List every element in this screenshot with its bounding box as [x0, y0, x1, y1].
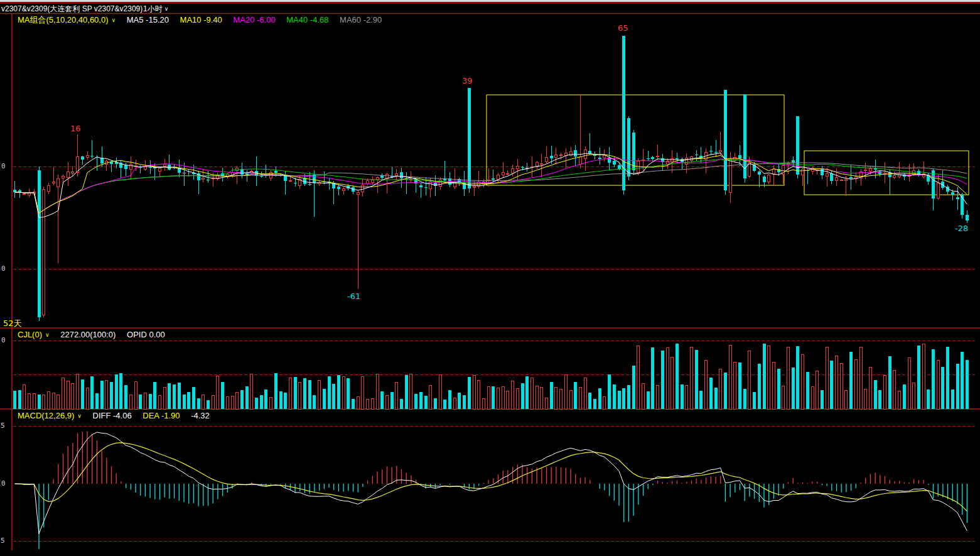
- ma60-value: MA60 -2.90: [340, 15, 382, 25]
- price-axis-label-lower: 0: [1, 264, 6, 273]
- diff-value: DIFF -4.06: [93, 411, 132, 420]
- chart-annotation: 39: [462, 76, 473, 85]
- macd-indicator-header: MACD(12,26,9)∨ DIFF -4.06 DEA -1.90 -4.3…: [18, 411, 218, 420]
- ma40-value: MA40 -4.68: [286, 15, 328, 25]
- ma5-value: MA5 -15.20: [127, 15, 169, 25]
- volume-axis-label: 0: [1, 336, 6, 344]
- chevron-down-icon[interactable]: ∨: [112, 17, 116, 23]
- cjl-value: 2272.00(100:0): [60, 330, 116, 339]
- chart-annotation: 65: [618, 23, 628, 33]
- window-top-strip: [0, 0, 980, 2]
- cjl-indicator-label[interactable]: CJL(0): [18, 330, 42, 339]
- chart-annotation: 16: [70, 124, 81, 133]
- volume-indicator-header: CJL(0)∨ 2272.00(100:0) OPID 0.00: [18, 330, 174, 339]
- chart-canvas[interactable]: [0, 0, 980, 556]
- macd-axis-label-upper: 5: [1, 422, 5, 430]
- ma60-line: [15, 163, 967, 214]
- ma20-value: MA20 -6.00: [233, 15, 275, 25]
- macd-panel-plot: [15, 431, 967, 556]
- macd-value: -4.32: [191, 411, 210, 420]
- opid-value: OPID 0.00: [127, 330, 165, 339]
- volume-bars: [13, 344, 969, 409]
- chart-annotation: -61: [347, 292, 360, 301]
- drawing-overlay-box: [804, 151, 969, 195]
- macd-axis-label-zero: 0: [1, 479, 6, 488]
- candlesticks: [13, 36, 969, 321]
- title-bar: v2307&v2309(大连套利 SP v2307&v2309) 1小时∨: [0, 3, 980, 13]
- macd-axis-label-lower: 5: [1, 537, 5, 545]
- ma-indicator-header: MA组合(5,10,20,40,60,0)∨ MA5 -15.20 MA10 -…: [18, 14, 390, 26]
- diff-line: [15, 432, 967, 534]
- chevron-down-icon[interactable]: ∨: [45, 332, 50, 338]
- trading-app-window: v2307&v2309(大连套利 SP v2307&v2309) 1小时∨ MA…: [0, 0, 980, 556]
- dea-value: DEA -1.90: [143, 411, 180, 420]
- period-selector[interactable]: 1小时∨: [143, 4, 168, 14]
- ma-indicator-label[interactable]: MA组合(5,10,20,40,60,0): [18, 15, 109, 25]
- chart-annotation: -28: [955, 224, 968, 233]
- macd-indicator-label[interactable]: MACD(12,26,9): [18, 411, 74, 420]
- dea-line: [15, 443, 967, 511]
- contract-title: v2307&v2309(大连套利 SP v2307&v2309): [1, 4, 143, 14]
- price-axis-label-zero: 0: [1, 162, 6, 170]
- chevron-down-icon: ∨: [164, 6, 169, 12]
- chart-annotation: 52天: [3, 318, 22, 329]
- period-label: 1小时: [143, 4, 163, 13]
- chevron-down-icon[interactable]: ∨: [77, 413, 82, 419]
- ma10-value: MA10 -9.40: [180, 15, 222, 25]
